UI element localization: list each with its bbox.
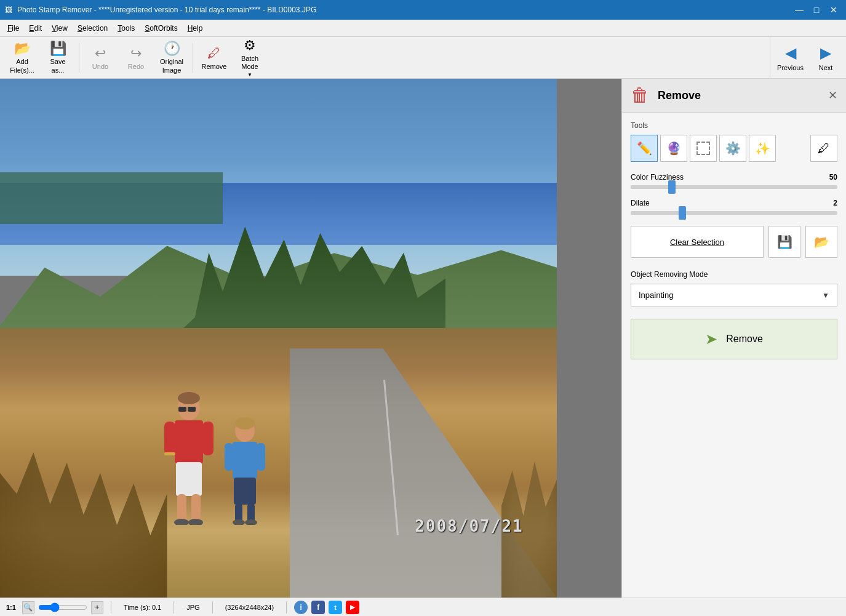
dilate-fill xyxy=(631,211,682,215)
dilate-label: Dilate xyxy=(631,199,650,207)
pencil-icon: ✏️ xyxy=(637,141,652,156)
toolbar-separator-1 xyxy=(79,43,79,73)
info-icon: i xyxy=(300,603,301,612)
batch-mode-button[interactable]: ⚙ BatchMode ▼ xyxy=(233,39,267,76)
zoom-ratio-label: 1:1 xyxy=(6,604,16,611)
object-removing-mode-section: Object Removing Mode Inpainting Texture … xyxy=(631,270,837,306)
toolbox-title-area: 🗑 Remove xyxy=(631,85,701,106)
magic-wand-tool-button[interactable]: 🔮 xyxy=(660,135,687,162)
menu-view[interactable]: View xyxy=(47,22,73,35)
zoom-plus-button[interactable]: + xyxy=(91,601,103,614)
toolbox-content: Tools ✏️ 🔮 ⚙️ ✨ 🖊 xyxy=(622,113,846,598)
menu-file[interactable]: File xyxy=(2,22,24,35)
undo-label: Undo xyxy=(92,63,108,70)
twitter-button[interactable]: t xyxy=(329,601,342,614)
svg-point-10 xyxy=(188,519,203,525)
svg-rect-3 xyxy=(175,420,203,463)
svg-rect-16 xyxy=(234,478,256,505)
color-fuzziness-slider[interactable] xyxy=(631,185,837,189)
menu-bar: File Edit View Selection Tools SoftOrbit… xyxy=(0,20,846,37)
remove-button-toolbar[interactable]: 🖊 Remove xyxy=(197,39,231,76)
wand-tool-button[interactable]: ✨ xyxy=(749,135,776,162)
dilate-thumb[interactable] xyxy=(679,206,686,220)
title-text: Photo Stamp Remover - ****Unregistered v… xyxy=(17,6,316,14)
color-fuzziness-fill xyxy=(631,185,672,189)
magic-wand-icon: 🔮 xyxy=(666,141,682,156)
load-selection-button[interactable]: 📂 xyxy=(805,226,837,258)
undo-button[interactable]: ↩ Undo xyxy=(83,39,118,76)
dilate-value: 2 xyxy=(833,199,837,207)
batch-mode-label: BatchMode xyxy=(241,55,258,71)
svg-rect-1 xyxy=(178,407,186,412)
pencil-tool-button[interactable]: ✏️ xyxy=(631,135,658,162)
redo-button[interactable]: ↪ Redo xyxy=(119,39,153,76)
stamp-icon: 🖊 xyxy=(818,142,830,156)
save-as-icon: 💾 xyxy=(50,41,66,57)
menu-edit[interactable]: Edit xyxy=(24,22,47,35)
save-as-button[interactable]: 💾 Saveas... xyxy=(41,39,75,76)
svg-rect-15 xyxy=(233,442,257,479)
zoom-plus-icon: + xyxy=(95,603,99,612)
title-bar-left: 🖼 Photo Stamp Remover - ****Unregistered… xyxy=(5,6,316,14)
status-bar: 1:1 🔍 + Time (s): 0.1 JPG (3264x2448x24)… xyxy=(0,598,846,616)
svg-point-14 xyxy=(235,417,255,430)
svg-rect-17 xyxy=(225,443,233,471)
add-files-button[interactable]: 📂 AddFile(s)... xyxy=(5,39,39,76)
facebook-button[interactable]: f xyxy=(311,601,325,614)
batch-mode-arrow: ▼ xyxy=(247,72,252,78)
svg-rect-12 xyxy=(164,452,175,455)
save-selection-button[interactable]: 💾 xyxy=(768,226,800,258)
format-label: JPG xyxy=(182,604,204,611)
gear-tool-button[interactable]: ⚙️ xyxy=(719,135,746,162)
previous-label: Previous xyxy=(777,64,804,71)
twitter-icon: t xyxy=(334,604,337,611)
color-fuzziness-thumb[interactable] xyxy=(668,180,676,194)
svg-point-9 xyxy=(174,519,189,525)
redo-icon: ↪ xyxy=(130,46,142,62)
toolbox-header: 🗑 Remove ✕ xyxy=(622,79,846,113)
color-fuzziness-value: 50 xyxy=(829,173,837,182)
dilate-slider[interactable] xyxy=(631,211,837,215)
image-area[interactable]: 2008/07/21 xyxy=(0,79,621,598)
menu-selection[interactable]: Selection xyxy=(73,22,113,35)
next-button[interactable]: ▶ Next xyxy=(810,37,841,79)
save-selection-icon: 💾 xyxy=(777,234,792,249)
info-button[interactable]: i xyxy=(294,601,308,614)
add-files-icon: 📂 xyxy=(14,41,31,57)
time-label: Time (s): 0.1 xyxy=(119,604,166,611)
clear-selection-button[interactable]: Clear Selection xyxy=(631,226,764,258)
redo-label: Redo xyxy=(128,63,144,70)
svg-rect-6 xyxy=(202,422,213,455)
add-files-label: AddFile(s)... xyxy=(10,58,34,74)
stamp-tool-button[interactable]: 🖊 xyxy=(810,135,837,162)
remove-button[interactable]: ➤ Remove xyxy=(631,319,837,359)
toolbox-panel: 🗑 Remove ✕ Tools ✏️ 🔮 ⚙️ xyxy=(621,79,846,598)
status-separator-3 xyxy=(212,601,213,614)
status-separator-1 xyxy=(111,601,111,614)
toolbox-title: Remove xyxy=(658,89,701,102)
rectangle-select-tool-button[interactable] xyxy=(690,135,717,162)
svg-rect-4 xyxy=(176,462,202,496)
remove-arrow-icon: ➤ xyxy=(705,330,717,348)
toolbar-separator-2 xyxy=(193,43,193,73)
svg-point-22 xyxy=(245,519,257,525)
youtube-button[interactable]: ▶ xyxy=(346,601,359,614)
original-image-icon: 🕐 xyxy=(164,41,180,57)
original-image-button[interactable]: 🕐 OriginalImage xyxy=(154,39,189,76)
undo-icon: ↩ xyxy=(95,46,106,62)
zoom-minus-button[interactable]: 🔍 xyxy=(22,601,34,614)
minimize-button[interactable]: — xyxy=(792,2,807,17)
menu-help[interactable]: Help xyxy=(183,22,208,35)
menu-tools[interactable]: Tools xyxy=(113,22,140,35)
mode-select-dropdown[interactable]: Inpainting Texture Synthesis xyxy=(631,284,815,306)
close-button[interactable]: ✕ xyxy=(826,2,841,17)
main-area: 2008/07/21 🗑 Remove ✕ Tools ✏️ 🔮 xyxy=(0,79,846,598)
remove-icon-toolbar: 🖊 xyxy=(207,46,221,62)
toolbox-close-button[interactable]: ✕ xyxy=(828,89,837,102)
menu-softorbits[interactable]: SoftOrbits xyxy=(140,22,182,35)
zoom-minus-icon: 🔍 xyxy=(23,603,33,612)
person-child xyxy=(223,417,267,525)
zoom-slider[interactable] xyxy=(38,602,87,612)
previous-button[interactable]: ◀ Previous xyxy=(770,37,810,79)
maximize-button[interactable]: □ xyxy=(809,2,824,17)
